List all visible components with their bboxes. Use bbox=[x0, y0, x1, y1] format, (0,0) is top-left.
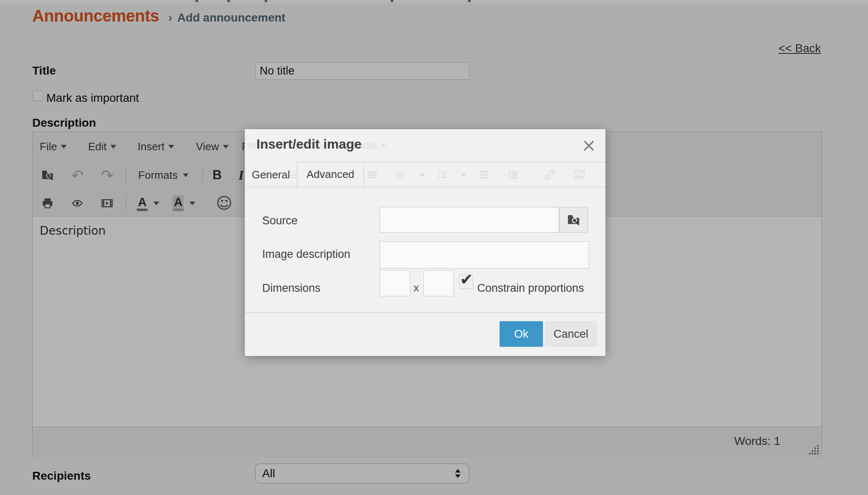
dialog-body: Source Image description Dimensions x ✔ … bbox=[245, 187, 605, 312]
ghost-image-icon bbox=[573, 168, 586, 181]
image-description-label: Image description bbox=[262, 248, 350, 261]
ghost-chevron-down-icon bbox=[420, 173, 426, 177]
insert-edit-image-dialog: ormat Table Tools Insert/edit image 123 … bbox=[245, 129, 605, 356]
dialog-header[interactable]: ormat Table Tools Insert/edit image bbox=[245, 129, 605, 162]
ghost-numbered-list-icon: 123 bbox=[436, 168, 450, 181]
ghost-indent-icon bbox=[507, 168, 520, 181]
dialog-footer: Ok Cancel bbox=[245, 312, 605, 356]
source-input[interactable] bbox=[380, 207, 559, 233]
dialog-title: Insert/edit image bbox=[256, 137, 361, 152]
tab-advanced[interactable]: Advanced bbox=[297, 162, 364, 187]
dimensions-x-separator: x bbox=[414, 281, 419, 294]
browse-source-button[interactable] bbox=[559, 207, 588, 233]
constrain-proportions-checkbox[interactable]: ✔ bbox=[459, 275, 473, 289]
folder-search-icon bbox=[567, 213, 581, 227]
width-input[interactable] bbox=[380, 270, 410, 296]
close-icon[interactable] bbox=[582, 139, 595, 152]
cancel-button[interactable]: Cancel bbox=[545, 321, 597, 347]
tab-general[interactable]: General bbox=[245, 162, 297, 188]
checkmark-icon: ✔ bbox=[460, 270, 473, 288]
constrain-proportions-label: Constrain proportions bbox=[477, 282, 584, 295]
dialog-tab-bar: 123 General Advanced bbox=[245, 162, 605, 187]
ok-button[interactable]: Ok bbox=[500, 321, 543, 347]
ghost-link-icon bbox=[543, 168, 556, 181]
source-label: Source bbox=[262, 214, 298, 227]
height-input[interactable] bbox=[423, 270, 454, 296]
chevron-down-icon bbox=[380, 144, 386, 147]
ghost-bullet-list-icon bbox=[393, 168, 407, 181]
dimensions-label: Dimensions bbox=[262, 282, 320, 295]
image-description-input[interactable] bbox=[380, 241, 589, 269]
ghost-chevron-down-icon bbox=[461, 173, 466, 177]
ghost-outdent-icon bbox=[477, 168, 490, 181]
ghost-align-justify-icon bbox=[366, 168, 379, 181]
svg-text:3: 3 bbox=[438, 176, 440, 180]
